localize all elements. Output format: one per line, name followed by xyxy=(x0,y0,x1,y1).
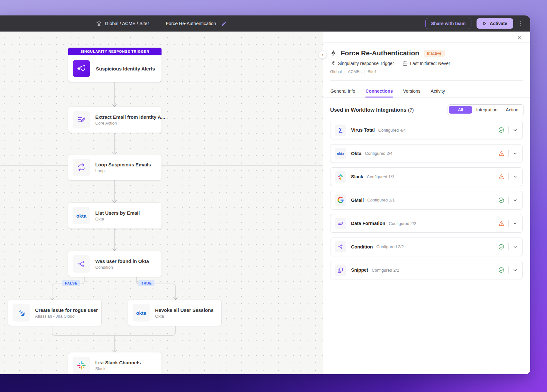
snippet-icon xyxy=(335,265,346,276)
tab-versions[interactable]: Versions xyxy=(403,86,421,97)
node-title: Extract Email from Identity A... xyxy=(95,114,165,120)
filter-action[interactable]: Action xyxy=(502,106,523,114)
workflow-canvas[interactable]: SINGULARITY RESPONSE TRIGGER Suspicious … xyxy=(0,32,323,374)
trigger-header: SINGULARITY RESPONSE TRIGGER xyxy=(68,48,162,55)
panel-header-bar xyxy=(323,32,530,43)
workflow-title: Force Re-Authentication xyxy=(166,21,216,26)
node-title: List Users by Email xyxy=(95,210,140,216)
details-panel: Force Re-Authentication Inactive Singula… xyxy=(323,32,530,374)
topbar-divider xyxy=(158,20,158,27)
node-subtitle: Atlassian - Jira Cloud xyxy=(35,314,98,319)
status-badge: Inactive xyxy=(424,50,445,57)
branch-true-label: TRUE xyxy=(138,280,154,286)
scope-selector[interactable]: Global / ACME / Site1 xyxy=(96,21,150,27)
node-subtitle: Loop xyxy=(95,168,151,173)
status-ok-icon xyxy=(498,244,505,250)
integrations-count: (7) xyxy=(408,107,414,113)
chevron-down-icon[interactable] xyxy=(513,151,518,156)
panel-divider xyxy=(330,80,523,81)
topbar: Global / ACME / Site1 Force Re-Authentic… xyxy=(0,15,530,32)
chevron-down-icon[interactable] xyxy=(513,174,518,179)
data-formation-icon xyxy=(335,218,346,229)
integration-row-virus-total[interactable]: Virus Total Configured 4/4 xyxy=(330,121,523,139)
chevron-down-icon[interactable] xyxy=(513,267,518,273)
identity-alert-shield-icon xyxy=(73,60,90,77)
play-icon xyxy=(482,21,487,26)
slack-icon xyxy=(73,357,90,374)
okta-icon: okta xyxy=(73,207,90,224)
layers-icon xyxy=(96,21,102,27)
node-title: Was user found in Okta xyxy=(95,258,149,264)
node-subtitle: Okta xyxy=(155,314,214,319)
status-warning-icon xyxy=(498,173,505,180)
chevron-down-icon[interactable] xyxy=(513,198,518,203)
node-title: Revoke all User Sessions xyxy=(155,307,214,313)
chevron-down-icon[interactable] xyxy=(513,221,518,226)
tab-general-info[interactable]: General Info xyxy=(330,86,356,97)
more-options-kebab-icon[interactable] xyxy=(518,20,524,28)
integration-list: Virus Total Configured 4/4 xyxy=(330,121,523,279)
node-list-slack-channels[interactable]: List Slack Channels Slack xyxy=(68,352,162,374)
status-warning-icon xyxy=(498,220,505,227)
trigger-node[interactable]: SINGULARITY RESPONSE TRIGGER Suspicious … xyxy=(68,48,162,82)
node-title: List Slack Channels xyxy=(95,360,141,365)
trigger-title: Suspicious Identity Alerts xyxy=(96,66,155,71)
branch-false-label: FALSE xyxy=(62,280,80,286)
node-subtitle: Core Action xyxy=(95,121,165,126)
node-title: Loop Suspicious Emails xyxy=(95,162,151,167)
filter-all[interactable]: All xyxy=(449,106,472,114)
activate-button[interactable]: Activate xyxy=(477,18,513,29)
chevron-down-icon[interactable] xyxy=(513,244,518,249)
filter-integration[interactable]: Integration xyxy=(472,106,502,114)
node-list-users[interactable]: okta List Users by Email Okta xyxy=(68,203,162,229)
node-condition[interactable]: Was user found in Okta Condition xyxy=(68,251,162,277)
panel-collapse-chevron[interactable]: › xyxy=(319,51,327,59)
google-icon xyxy=(335,194,346,206)
workflow-bolt-icon xyxy=(330,50,337,57)
status-ok-icon xyxy=(498,197,505,203)
node-create-issue[interactable]: Create issue for rogue user Atlassian - … xyxy=(8,300,101,326)
app-window: Global / ACME / Site1 Force Re-Authentic… xyxy=(0,15,530,374)
panel-title: Force Re-Authentication xyxy=(341,49,419,57)
status-ok-icon xyxy=(498,267,505,273)
share-with-team-button[interactable]: Share with team xyxy=(425,18,471,29)
trigger-type-icon xyxy=(330,61,336,66)
okta-icon: okta xyxy=(133,304,150,322)
integration-row-snippet[interactable]: Snippet Configured 2/2 xyxy=(330,261,523,279)
panel-tabs: General Info Connections Versions Activi… xyxy=(323,86,530,98)
chevron-down-icon[interactable] xyxy=(513,127,518,133)
scope-label: Global / ACME / Site1 xyxy=(105,21,150,26)
integration-row-data-formation[interactable]: Data Formation Configured 2/2 xyxy=(330,214,523,233)
integration-row-okta[interactable]: okta Okta Configured 2/4 xyxy=(330,144,523,163)
node-title: Create issue for rogue user xyxy=(35,307,98,313)
jira-icon xyxy=(13,304,30,322)
integration-row-gmail[interactable]: GMail Configured 1/1 xyxy=(330,191,523,210)
tab-connections[interactable]: Connections xyxy=(365,86,393,97)
status-warning-icon xyxy=(498,150,505,157)
integration-row-slack[interactable]: Slack Configured 1/3 xyxy=(330,167,523,186)
close-icon[interactable] xyxy=(516,34,523,41)
node-revoke-sessions[interactable]: okta Revoke all User Sessions Okta xyxy=(128,300,221,326)
node-subtitle: Okta xyxy=(95,217,140,221)
node-loop[interactable]: Loop Suspicious Emails Loop xyxy=(68,154,162,180)
node-subtitle: Slack xyxy=(95,366,141,371)
tab-activity[interactable]: Activity xyxy=(431,86,445,97)
node-extract-email[interactable]: Extract Email from Identity A... Core Ac… xyxy=(68,107,162,133)
trigger-type: Singularity response Trigger xyxy=(330,61,394,66)
condition-branch-icon xyxy=(335,241,346,252)
panel-breadcrumb: Global ACMEs Site1 xyxy=(330,70,523,74)
loop-icon xyxy=(73,159,90,176)
node-subtitle: Condition xyxy=(95,265,149,270)
integrations-section-title: Used in Workflow Integrations (7) xyxy=(330,107,414,113)
edit-pencil-icon[interactable] xyxy=(221,21,227,26)
calendar-icon xyxy=(403,61,408,66)
status-ok-icon xyxy=(498,127,505,133)
meta-separator xyxy=(398,61,398,66)
integration-row-condition[interactable]: Condition Configured 2/2 xyxy=(330,238,523,256)
breadcrumb: Global / ACME / Site1 Force Re-Authentic… xyxy=(96,20,227,27)
okta-icon: okta xyxy=(335,148,346,159)
integration-filter: All Integration Action xyxy=(448,104,524,115)
activate-label: Activate xyxy=(490,21,507,26)
last-initiated: Last Initiated: Never xyxy=(403,61,450,66)
virustotal-icon xyxy=(335,125,346,136)
